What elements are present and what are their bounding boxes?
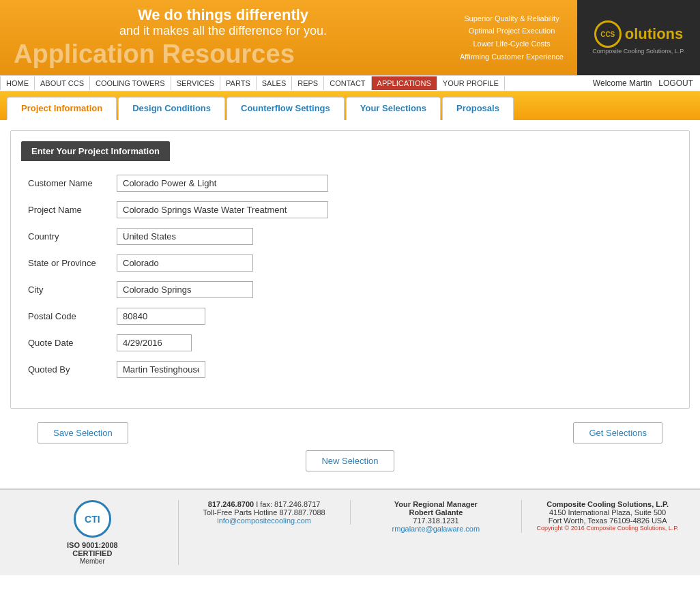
buttons-center: New Selection <box>10 450 690 471</box>
logo-text-group: olutions <box>625 25 684 43</box>
label-quoted-by: Quoted By <box>21 364 117 375</box>
new-selection-button[interactable]: New Selection <box>306 450 394 471</box>
save-selection-button[interactable]: Save Selection <box>38 422 128 443</box>
header-logo: CCS olutions Composite Cooling Solutions… <box>577 0 700 75</box>
nav-contact[interactable]: CONTACT <box>324 76 371 90</box>
footer-cti: CTI ISO 9001:2008 CERTIFIED Member <box>7 500 179 565</box>
header-tagline: We do things differently and it makes al… <box>0 0 446 75</box>
tabs-container: Project Information Design Conditions Co… <box>0 91 700 120</box>
label-country: Country <box>21 231 117 242</box>
nav-bar: HOME ABOUT CCS COOLING TOWERS SERVICES P… <box>0 75 700 91</box>
footer-address1: 4150 International Plaza, Suite 500 <box>532 508 683 516</box>
quality-line-1: Superior Quality & Reliability <box>460 12 564 25</box>
input-quoted-by[interactable] <box>117 361 205 378</box>
cti-badge: CTI <box>74 500 111 538</box>
footer: CTI ISO 9001:2008 CERTIFIED Member 817.2… <box>0 489 700 575</box>
nav-profile[interactable]: YOUR PROFILE <box>437 76 505 90</box>
tab-counterflow-settings[interactable]: Counterflow Settings <box>227 97 345 120</box>
input-project-name[interactable] <box>117 201 328 218</box>
form-row-postal: Postal Code <box>21 308 679 325</box>
footer-manager-phone: 717.318.1231 <box>361 516 512 525</box>
tagline-sub: and it makes all the difference for you. <box>14 24 433 38</box>
tab-your-selections[interactable]: Your Selections <box>346 97 441 120</box>
footer-copyright: Copyright © 2016 Composite Cooling Solut… <box>532 525 683 532</box>
nav-services[interactable]: SERVICES <box>171 76 220 90</box>
main-content: Enter Your Project Information Customer … <box>0 120 700 489</box>
quality-line-3: Lower Life-Cycle Costs <box>460 38 564 50</box>
nav-parts[interactable]: PARTS <box>220 76 257 90</box>
input-city[interactable] <box>117 281 253 298</box>
tagline-main: We do things differently <box>14 6 433 24</box>
input-postal[interactable] <box>117 308 205 325</box>
form-panel: Enter Your Project Information Customer … <box>10 130 690 409</box>
quality-line-4: Affirming Customer Experience <box>460 50 564 63</box>
form-row-city: City <box>21 281 679 298</box>
footer-email[interactable]: info@compositecooling.com <box>217 516 311 525</box>
nav-applications[interactable]: APPLICATIONS <box>372 76 437 90</box>
logo-circle: CCS <box>594 20 622 48</box>
nav-cooling[interactable]: COOLING TOWERS <box>90 76 171 90</box>
form-row-customer: Customer Name <box>21 175 679 192</box>
header-quality: Superior Quality & Reliability Optimal P… <box>446 0 577 75</box>
footer-tollfree: Toll-Free Parts Hotline 877.887.7088 <box>189 508 340 516</box>
form-row-country: Country <box>21 228 679 245</box>
input-country[interactable] <box>117 228 253 245</box>
logo-sub: Composite Cooling Solutions, L.P. <box>592 48 684 55</box>
welcome-text: Welcome Martin <box>593 78 652 88</box>
input-quote-date[interactable] <box>117 334 192 351</box>
footer-manager-name: Robert Galante <box>361 508 512 516</box>
logo-row: CCS olutions <box>594 20 684 48</box>
nav-home[interactable]: HOME <box>0 76 35 90</box>
nav-links: HOME ABOUT CCS COOLING TOWERS SERVICES P… <box>0 76 586 90</box>
label-postal: Postal Code <box>21 311 117 321</box>
app-resources-title: Application Resources <box>14 40 433 69</box>
label-customer-name: Customer Name <box>21 178 117 188</box>
footer-manager-label: Your Regional Manager <box>361 500 512 508</box>
footer-company: Composite Cooling Solutions, L.P. 4150 I… <box>522 500 693 532</box>
logo-wrapper: CCS olutions Composite Cooling Solutions… <box>592 20 684 55</box>
logout-link[interactable]: LOGOUT <box>658 78 693 88</box>
form-row-project: Project Name <box>21 201 679 218</box>
footer-manager-email[interactable]: rmgalante@galaware.com <box>392 525 480 533</box>
footer-address2: Fort Worth, Texas 76109-4826 USA <box>532 516 683 525</box>
cti-label: CTI <box>85 514 100 525</box>
label-state: State or Province <box>21 258 117 268</box>
footer-manager: Your Regional Manager Robert Galante 717… <box>351 500 523 533</box>
label-project-name: Project Name <box>21 205 117 215</box>
tab-proposals[interactable]: Proposals <box>442 97 514 120</box>
form-panel-body: Customer Name Project Name Country State… <box>11 161 689 408</box>
nav-reps[interactable]: REPS <box>292 76 324 90</box>
logo-text: olutions <box>625 25 684 43</box>
get-selections-button[interactable]: Get Selections <box>573 422 662 443</box>
input-state[interactable] <box>117 254 253 272</box>
label-quote-date: Quote Date <box>21 338 117 348</box>
nav-sales[interactable]: SALES <box>257 76 292 90</box>
footer-company-name: Composite Cooling Solutions, L.P. <box>532 500 683 508</box>
input-customer-name[interactable] <box>117 175 328 192</box>
nav-right: Welcome Martin LOGOUT <box>586 76 700 91</box>
footer-contact: 817.246.8700 I fax: 817.246.8717 Toll-Fr… <box>179 500 351 525</box>
header: We do things differently and it makes al… <box>0 0 700 75</box>
tab-design-conditions[interactable]: Design Conditions <box>118 97 225 120</box>
certified-text: CERTIFIED <box>72 549 112 557</box>
nav-about[interactable]: ABOUT CCS <box>35 76 90 90</box>
buttons-row: Save Selection Get Selections <box>10 422 690 443</box>
tab-project-information[interactable]: Project Information <box>7 97 117 120</box>
iso-text: ISO 9001:2008 <box>67 541 118 549</box>
form-row-state: State or Province <box>21 254 679 272</box>
member-text: Member <box>80 557 105 565</box>
quality-line-2: Optimal Project Execution <box>460 25 564 38</box>
footer-phone: 817.246.8700 I fax: 817.246.8717 <box>189 500 340 508</box>
form-row-quote-date: Quote Date <box>21 334 679 351</box>
form-row-quoted-by: Quoted By <box>21 361 679 378</box>
label-city: City <box>21 285 117 295</box>
form-panel-header: Enter Your Project Information <box>21 141 170 161</box>
